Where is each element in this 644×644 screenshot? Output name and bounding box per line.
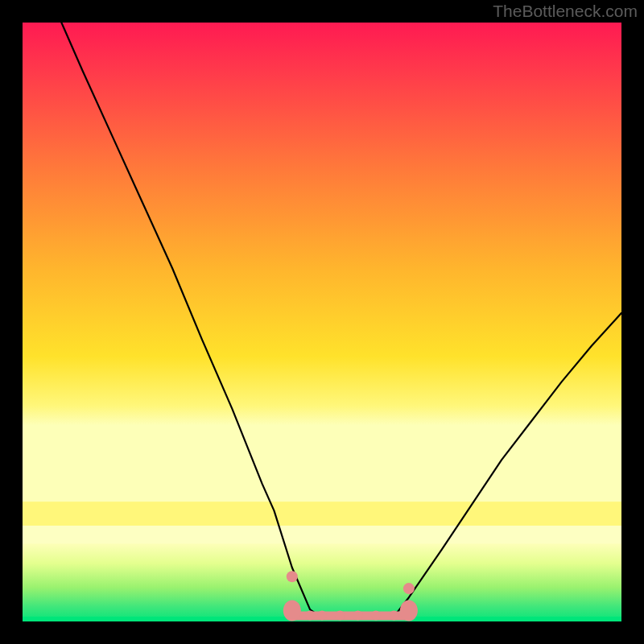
svg-rect-3 — [23, 543, 621, 621]
watermark-text: TheBottleneck.com — [493, 2, 638, 21]
svg-point-13 — [400, 601, 418, 621]
svg-point-14 — [403, 583, 415, 594]
svg-point-8 — [317, 611, 327, 621]
svg-point-6 — [283, 601, 301, 621]
plot-area — [23, 23, 621, 621]
chart-frame: TheBottleneck.com — [0, 0, 644, 644]
svg-point-10 — [353, 611, 363, 621]
svg-point-7 — [305, 611, 315, 621]
svg-point-11 — [371, 611, 381, 621]
svg-rect-0 — [23, 23, 621, 514]
svg-point-9 — [335, 611, 345, 621]
svg-point-12 — [389, 611, 398, 621]
svg-point-15 — [287, 571, 298, 582]
chart-svg — [23, 23, 621, 621]
